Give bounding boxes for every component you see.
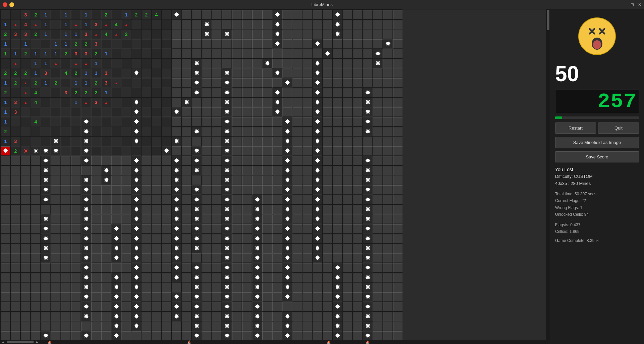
cell-0-7[interactable] — [71, 10, 81, 19]
cell-17-10[interactable]: ✸ — [101, 176, 111, 185]
cell-13-34[interactable] — [343, 137, 353, 146]
cell-0-11[interactable] — [111, 10, 121, 19]
cell-6-18[interactable] — [182, 68, 192, 78]
cell-22-25[interactable]: ✸ — [252, 224, 262, 234]
cell-30-31[interactable] — [313, 302, 322, 311]
cell-19-29[interactable] — [292, 195, 302, 204]
cell-17-2[interactable] — [21, 176, 31, 185]
cell-1-14[interactable] — [142, 20, 151, 29]
cell-24-32[interactable] — [323, 244, 332, 253]
cell-7-37[interactable] — [373, 78, 383, 88]
cell-5-28[interactable] — [282, 59, 292, 68]
cell-24-2[interactable] — [21, 244, 31, 253]
cell-30-28[interactable] — [282, 302, 292, 311]
cell-5-12[interactable] — [121, 59, 131, 68]
cell-19-23[interactable] — [232, 195, 242, 204]
cell-10-5[interactable] — [51, 107, 61, 117]
cell-20-37[interactable] — [373, 205, 383, 214]
cell-30-3[interactable] — [31, 302, 41, 311]
cell-20-38[interactable] — [383, 205, 393, 214]
cell-27-9[interactable] — [91, 273, 101, 282]
cell-18-20[interactable] — [202, 185, 212, 195]
cell-31-19[interactable]: ✸ — [192, 312, 202, 321]
cell-33-31[interactable] — [313, 331, 322, 341]
cell-1-10[interactable]: ▲ — [101, 20, 111, 29]
close-button[interactable] — [3, 2, 7, 7]
cell-32-16[interactable] — [162, 322, 171, 331]
cell-30-20[interactable] — [202, 302, 212, 311]
cell-22-38[interactable] — [383, 224, 393, 234]
cell-8-35[interactable] — [353, 88, 363, 97]
cell-12-36[interactable]: ✸ — [363, 127, 373, 136]
cell-30-26[interactable] — [262, 302, 272, 311]
cell-27-1[interactable] — [11, 273, 20, 282]
cell-20-26[interactable] — [262, 205, 272, 214]
cell-13-32[interactable] — [323, 137, 332, 146]
cell-22-36[interactable]: ✸ — [363, 224, 373, 234]
cell-31-37[interactable] — [373, 312, 383, 321]
cell-31-9[interactable] — [91, 312, 101, 321]
cell-9-7[interactable]: 1 — [71, 98, 81, 107]
cell-33-28[interactable]: ✸ — [282, 331, 292, 341]
cell-29-2[interactable] — [21, 292, 31, 302]
cell-19-7[interactable] — [71, 195, 81, 204]
cell-6-6[interactable]: 4 — [61, 68, 71, 78]
cell-30-19[interactable]: ✸ — [192, 302, 202, 311]
cell-5-10[interactable] — [101, 59, 111, 68]
cell-32-28[interactable]: ✸ — [282, 322, 292, 331]
cell-29-7[interactable] — [71, 292, 81, 302]
cell-5-14[interactable] — [142, 59, 151, 68]
cell-20-9[interactable] — [91, 205, 101, 214]
cell-1-35[interactable] — [353, 20, 363, 29]
cell-14-29[interactable] — [292, 146, 302, 156]
cell-18-30[interactable] — [303, 185, 312, 195]
cell-19-39[interactable] — [393, 195, 402, 204]
cell-14-19[interactable]: ✸ — [192, 146, 202, 156]
cell-8-20[interactable] — [202, 88, 212, 97]
cell-12-2[interactable] — [21, 127, 31, 136]
cell-10-36[interactable]: ✸ — [363, 107, 373, 117]
cell-22-29[interactable] — [292, 224, 302, 234]
cell-8-28[interactable] — [282, 88, 292, 97]
cell-7-28[interactable]: ✸ — [282, 78, 292, 88]
cell-24-33[interactable] — [333, 244, 342, 253]
cell-32-29[interactable] — [292, 322, 302, 331]
cell-21-16[interactable] — [162, 214, 171, 224]
cell-15-6[interactable] — [61, 156, 71, 165]
cell-27-23[interactable] — [232, 273, 242, 282]
cell-30-13[interactable]: ✸ — [131, 302, 141, 311]
cell-0-9[interactable] — [91, 10, 101, 19]
cell-16-18[interactable] — [182, 166, 192, 175]
cell-20-18[interactable] — [182, 205, 192, 214]
cell-18-36[interactable]: ✸ — [363, 185, 373, 195]
cell-24-25[interactable]: ✸ — [252, 244, 262, 253]
cell-5-30[interactable] — [303, 59, 312, 68]
cell-7-3[interactable]: 2 — [31, 78, 41, 88]
cell-20-33[interactable] — [333, 205, 342, 214]
cell-14-12[interactable] — [121, 146, 131, 156]
cell-2-19[interactable] — [192, 30, 202, 39]
cell-23-34[interactable] — [343, 234, 353, 243]
cell-7-14[interactable] — [142, 78, 151, 88]
cell-7-13[interactable] — [131, 78, 141, 88]
cell-21-24[interactable] — [242, 214, 252, 224]
cell-3-21[interactable] — [212, 39, 222, 49]
cell-12-12[interactable] — [121, 127, 131, 136]
cell-6-10[interactable]: 3 — [101, 68, 111, 78]
cell-8-21[interactable] — [212, 88, 222, 97]
cell-13-8[interactable]: ✸ — [81, 137, 91, 146]
cell-18-17[interactable]: ✸ — [172, 185, 181, 195]
cell-18-5[interactable] — [51, 185, 61, 195]
cell-2-32[interactable] — [323, 30, 332, 39]
cell-33-10[interactable] — [101, 331, 111, 341]
cell-11-20[interactable] — [202, 117, 212, 127]
cell-1-27[interactable]: ✸ — [272, 20, 282, 29]
cell-20-13[interactable]: ✸ — [131, 205, 141, 214]
cell-9-8[interactable]: ▲ — [81, 98, 91, 107]
cell-5-37[interactable]: ✸ — [373, 59, 383, 68]
cell-23-15[interactable] — [152, 234, 161, 243]
cell-14-7[interactable] — [71, 146, 81, 156]
cell-25-15[interactable] — [152, 253, 161, 263]
cell-32-32[interactable] — [323, 322, 332, 331]
cell-0-20[interactable] — [202, 10, 212, 19]
